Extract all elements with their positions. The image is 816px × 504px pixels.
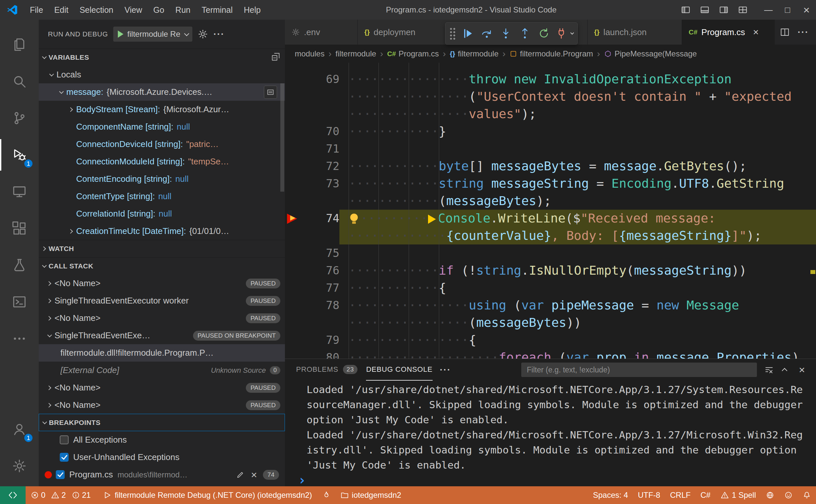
status-web[interactable]	[761, 486, 779, 504]
stack-frame-row[interactable]: filtermodule.dll!filtermodule.Program.P…	[39, 344, 285, 362]
code-line[interactable]: 72············byte[] messageBytes = mess…	[285, 157, 816, 175]
status-workspace[interactable]: iotedgemsdn2	[335, 486, 406, 504]
menu-terminal[interactable]: Terminal	[196, 0, 238, 20]
menu-selection[interactable]: Selection	[74, 0, 119, 20]
thread-row[interactable]: SingleThreadEventExecutor workerPAUSED	[39, 292, 285, 309]
variable-row[interactable]: Locals	[39, 66, 285, 83]
start-debugging-icon[interactable]	[118, 31, 123, 38]
code-line[interactable]: 75	[285, 244, 816, 262]
edit-breakpoint-button[interactable]	[234, 469, 246, 481]
tab-Program.cs[interactable]: C#Program.cs×	[682, 20, 775, 45]
layout-grid-button[interactable]	[733, 0, 752, 20]
gripper-icon[interactable]	[450, 27, 456, 40]
panel-tab-debug-console[interactable]: DEBUG CONSOLE	[366, 359, 432, 381]
status-encoding[interactable]: UTF-8	[633, 486, 665, 504]
breadcrumb-item[interactable]: filtermodule.Program	[510, 49, 593, 58]
gutter[interactable]	[285, 71, 311, 88]
view-more-actions-button[interactable]: ···	[213, 30, 224, 39]
gutter[interactable]	[285, 157, 311, 175]
activity-run-and-debug[interactable]: 1	[0, 137, 39, 173]
layout-panel-button[interactable]	[695, 0, 714, 20]
status-flame[interactable]	[317, 486, 335, 504]
activity-extensions[interactable]	[0, 210, 39, 247]
thread-row[interactable]: <No Name>PAUSED	[39, 309, 285, 327]
status-notifications[interactable]	[798, 486, 816, 504]
layout-sidebar-right-button[interactable]	[714, 0, 733, 20]
variable-row[interactable]: ContentType [string]:null	[39, 188, 285, 205]
breakpoint-checkbox[interactable]	[60, 453, 69, 462]
minimize-button[interactable]: —	[759, 0, 778, 20]
tab-launch.json[interactable]: {}launch.json	[588, 20, 682, 45]
gutter[interactable]	[285, 105, 311, 123]
code-line[interactable]: 77············{	[285, 279, 816, 297]
gutter[interactable]	[285, 123, 311, 140]
editor-more-actions-button[interactable]: ···	[796, 25, 811, 40]
variable-row[interactable]: CorrelationId [string]:null	[39, 205, 285, 222]
continue-button[interactable]	[459, 24, 477, 43]
call-stack-section-header[interactable]: CALL STACK	[39, 257, 285, 275]
maximize-button[interactable]: □	[778, 0, 797, 20]
overview-ruler[interactable]	[809, 66, 816, 358]
activity-testing[interactable]	[0, 247, 39, 283]
variable-row[interactable]: ConnectionDeviceId [string]:"patric…	[39, 136, 285, 153]
status-problems[interactable]: 0221	[26, 486, 98, 504]
code-line[interactable]: ················("UserContext doesn't co…	[285, 88, 816, 105]
disconnect-button[interactable]	[554, 24, 574, 43]
code-line[interactable]: 73············string messageString = Enc…	[285, 175, 816, 192]
code-line[interactable]: ················values");	[285, 105, 816, 123]
code-line[interactable]: ············(messageBytes);	[285, 192, 816, 210]
breadcrumb-item[interactable]: filtermodule	[335, 49, 376, 58]
activity-terminal[interactable]	[0, 283, 39, 320]
step-over-button[interactable]	[478, 24, 496, 43]
chevron-up-button[interactable]	[778, 362, 793, 377]
gutter[interactable]	[285, 227, 311, 244]
breadcrumb-item[interactable]: PipeMessage(Message	[604, 49, 697, 58]
gutter[interactable]	[285, 175, 311, 192]
lightbulb-icon[interactable]	[348, 213, 360, 225]
status-feedback[interactable]	[779, 486, 798, 504]
split-editor-button[interactable]	[777, 25, 792, 40]
menu-go[interactable]: Go	[148, 0, 170, 20]
variable-row[interactable]: ContentEncoding [string]:null	[39, 170, 285, 188]
breakpoints-section-header[interactable]: BREAKPOINTS	[39, 414, 285, 431]
breadcrumb-item[interactable]: C#Program.cs	[387, 49, 439, 58]
activity-remote-explorer[interactable]	[0, 173, 39, 210]
code-line[interactable]: ·············{counterValue}, Body: [{mes…	[285, 227, 816, 244]
activity-settings[interactable]	[0, 448, 39, 484]
code-line[interactable]: 70············}	[285, 123, 816, 140]
tab-.env[interactable]: .env	[285, 20, 358, 45]
status-debug-session[interactable]: filtermodule Remote Debug (.NET Core) (i…	[98, 486, 317, 504]
thread-row[interactable]: <No Name>PAUSED	[39, 396, 285, 414]
gutter[interactable]	[285, 262, 311, 279]
binary-view-icon[interactable]	[264, 86, 277, 99]
code-line[interactable]: ················(messageBytes))	[285, 314, 816, 331]
panel-tab-problems[interactable]: PROBLEMS23	[296, 359, 357, 381]
gutter[interactable]	[285, 140, 311, 157]
menu-file[interactable]: File	[24, 0, 49, 20]
repl-prompt[interactable]: ›	[298, 473, 809, 486]
variable-row[interactable]: BodyStream [Stream]:{Microsoft.Azur…	[39, 101, 285, 118]
gutter[interactable]	[285, 192, 311, 210]
code-line[interactable]: 80····················foreach (var prop …	[285, 349, 816, 359]
activity-source-control[interactable]	[0, 100, 39, 137]
console-filter-input[interactable]	[521, 363, 757, 377]
activity-more[interactable]	[0, 320, 39, 357]
panel-more-actions-button[interactable]: ···	[433, 365, 458, 374]
close-button[interactable]: ×	[797, 0, 816, 20]
status-remote-indicator[interactable]	[0, 486, 26, 504]
watch-section-header[interactable]: WATCH	[39, 240, 285, 257]
variable-row[interactable]: message:{Microsoft.Azure.Devices.…	[39, 83, 285, 101]
stack-frame-row[interactable]: [External Code]Unknown Source0	[39, 362, 285, 379]
step-out-button[interactable]	[516, 24, 534, 43]
close-icon[interactable]: ×	[750, 27, 762, 38]
breakpoint-row[interactable]: Program.csmodules\filtermod…×74	[39, 466, 285, 483]
menu-help[interactable]: Help	[238, 0, 266, 20]
status-eol[interactable]: CRLF	[665, 486, 696, 504]
breakpoint-checkbox[interactable]	[60, 435, 69, 444]
close-button[interactable]: ×	[794, 362, 809, 377]
menu-run[interactable]: Run	[170, 0, 196, 20]
gutter[interactable]	[285, 244, 311, 262]
status-language-mode[interactable]: C#	[696, 486, 716, 504]
thread-row[interactable]: <No Name>PAUSED	[39, 379, 285, 396]
code-line[interactable]: 78················using (var pipeMessage…	[285, 297, 816, 314]
